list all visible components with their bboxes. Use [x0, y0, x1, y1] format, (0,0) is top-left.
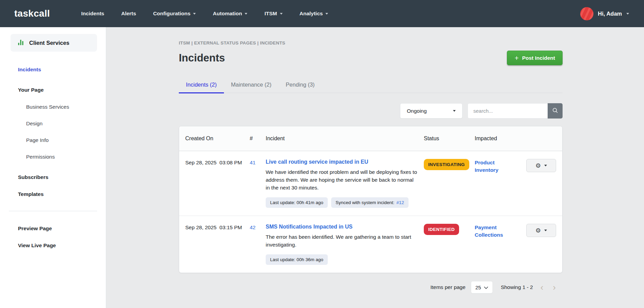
nav-item-label: Analytics [300, 11, 323, 17]
created-on-cell: Sep 28, 2025 03:15 PM [185, 224, 250, 265]
nav-item-analytics[interactable]: Analytics [300, 11, 328, 17]
gear-icon: ⚙ [535, 162, 541, 169]
items-per-page-label: Items per page [430, 284, 465, 290]
chevron-down-icon [484, 285, 488, 290]
filter-row: Ongoing [179, 103, 563, 119]
synced-incident-link[interactable]: #12 [396, 200, 404, 205]
sidebar-item-templates[interactable]: Templates [0, 191, 106, 197]
synced-incident-badge: Synced with system incident: #12 [331, 197, 409, 208]
chevron-down-icon [245, 13, 247, 15]
sidebar-item-page-info[interactable]: Page Info [0, 137, 106, 143]
nav-item-label: Configurations [153, 11, 190, 17]
nav-item-alerts[interactable]: Alerts [121, 11, 136, 17]
header-created-on: Created On [185, 135, 250, 142]
post-incident-button[interactable]: + Post Incident [507, 51, 563, 65]
post-incident-label: Post Incident [522, 55, 555, 61]
chevron-down-icon [325, 13, 328, 15]
incident-description: The error has been identified. We are ga… [266, 233, 419, 249]
table-header-row: Created On # Incident Status Impacted [179, 126, 562, 151]
app-logo[interactable]: taskcall [14, 8, 50, 19]
page-title: Incidents [179, 52, 225, 64]
chevron-down-icon [626, 13, 629, 15]
sidebar-item-permissions[interactable]: Permissions [0, 154, 106, 160]
sidebar-divider [9, 211, 97, 211]
user-greeting[interactable]: Hi, Adam [598, 11, 622, 17]
incident-title-link[interactable]: SMS Notifications Impacted in US [266, 224, 353, 230]
nav-item-automation[interactable]: Automation [213, 11, 247, 17]
pagination-bar: Items per page 25 Showing 1 - 2 ‹ › [179, 281, 563, 293]
chevron-down-icon [544, 230, 547, 231]
gear-icon: ⚙ [535, 227, 541, 234]
bar-chart-icon [18, 39, 24, 47]
next-page-icon[interactable]: › [551, 283, 558, 292]
header-status: Status [424, 135, 475, 142]
service-selector[interactable]: Client Services [11, 34, 97, 52]
header-incident: Incident [266, 135, 424, 142]
previous-page-icon[interactable]: ‹ [538, 283, 546, 292]
search-button[interactable] [548, 103, 563, 119]
synced-incident-label: Synced with system incident: [336, 200, 394, 205]
items-per-page-value: 25 [475, 285, 481, 290]
status-badge: IDENTIFIED [424, 224, 459, 235]
nav-item-configurations[interactable]: Configurations [153, 11, 196, 17]
tab-maintenance[interactable]: Maintenance (2) [224, 78, 279, 93]
sidebar-item-design[interactable]: Design [0, 121, 106, 127]
sidebar: Client Services Incidents Your Page Busi… [0, 27, 106, 308]
last-update-badge: Last update: 00h 36m ago [266, 254, 328, 265]
chevron-down-icon [280, 13, 283, 15]
impacted-service-link[interactable]: Product Inventory [475, 159, 516, 174]
chevron-down-icon [193, 13, 196, 15]
search-group [468, 103, 563, 119]
impacted-service-link[interactable]: Payment Collections [475, 224, 516, 239]
row-actions-button[interactable]: ⚙ [526, 224, 556, 237]
table-row: Sep 28, 2025 03:08 PM 41 Live call routi… [179, 151, 562, 216]
chevron-down-icon [544, 165, 547, 166]
sidebar-item-your-page[interactable]: Your Page [0, 87, 106, 93]
sidebar-item-incidents[interactable]: Incidents [0, 67, 106, 73]
top-navbar: taskcall Incidents Alerts Configurations… [0, 0, 644, 27]
nav-item-incidents[interactable]: Incidents [81, 11, 104, 17]
search-icon [552, 107, 558, 114]
sidebar-item-business-services[interactable]: Business Services [0, 104, 106, 110]
tab-bar: Incidents (2) Maintenance (2) Pending (3… [179, 78, 563, 93]
sidebar-nav: Incidents Your Page Business Services De… [0, 67, 106, 249]
nav-item-label: Alerts [121, 11, 136, 17]
search-input[interactable] [468, 103, 548, 119]
nav-item-itsm[interactable]: ITSM [264, 11, 282, 17]
incident-description: We have identified the root problem and … [266, 168, 419, 192]
status-filter-select[interactable]: Ongoing [400, 103, 462, 119]
nav-item-label: ITSM [264, 11, 277, 17]
sidebar-item-subscribers[interactable]: Subscribers [0, 174, 106, 180]
avatar[interactable] [580, 7, 593, 20]
plus-icon: + [514, 54, 518, 61]
incidents-table: Created On # Incident Status Impacted Se… [179, 126, 563, 273]
sidebar-item-preview-page[interactable]: Preview Page [0, 225, 106, 232]
table-row: Sep 28, 2025 03:15 PM 42 SMS Notificatio… [179, 216, 562, 273]
incident-number-link[interactable]: 41 [250, 160, 255, 165]
nav-item-label: Automation [213, 11, 242, 17]
incident-title-link[interactable]: Live call routing service impacted in EU [266, 159, 368, 165]
last-update-badge: Last update: 00h 41m ago [266, 197, 328, 208]
created-on-cell: Sep 28, 2025 03:08 PM [185, 159, 250, 208]
incident-number-link[interactable]: 42 [250, 224, 255, 230]
items-per-page-select[interactable]: 25 [471, 281, 493, 293]
header-impacted: Impacted [475, 135, 524, 142]
tab-pending[interactable]: Pending (3) [279, 78, 322, 93]
main-nav: Incidents Alerts Configurations Automati… [81, 11, 328, 17]
status-filter-value: Ongoing [407, 108, 427, 114]
tab-incidents[interactable]: Incidents (2) [179, 78, 224, 93]
header-number: # [250, 135, 266, 142]
row-actions-button[interactable]: ⚙ [526, 159, 556, 172]
chevron-down-icon [453, 110, 456, 112]
breadcrumb: ITSM | EXTERNAL STATUS PAGES | INCIDENTS [179, 27, 563, 46]
service-name: Client Services [29, 40, 69, 46]
user-menu[interactable]: Hi, Adam [580, 7, 629, 20]
status-badge: INVESTIGATING [424, 159, 469, 170]
sidebar-item-view-live-page[interactable]: View Live Page [0, 242, 106, 249]
main-content: ITSM | EXTERNAL STATUS PAGES | INCIDENTS… [106, 27, 644, 308]
nav-item-label: Incidents [81, 11, 104, 17]
showing-range: Showing 1 - 2 [501, 284, 533, 290]
